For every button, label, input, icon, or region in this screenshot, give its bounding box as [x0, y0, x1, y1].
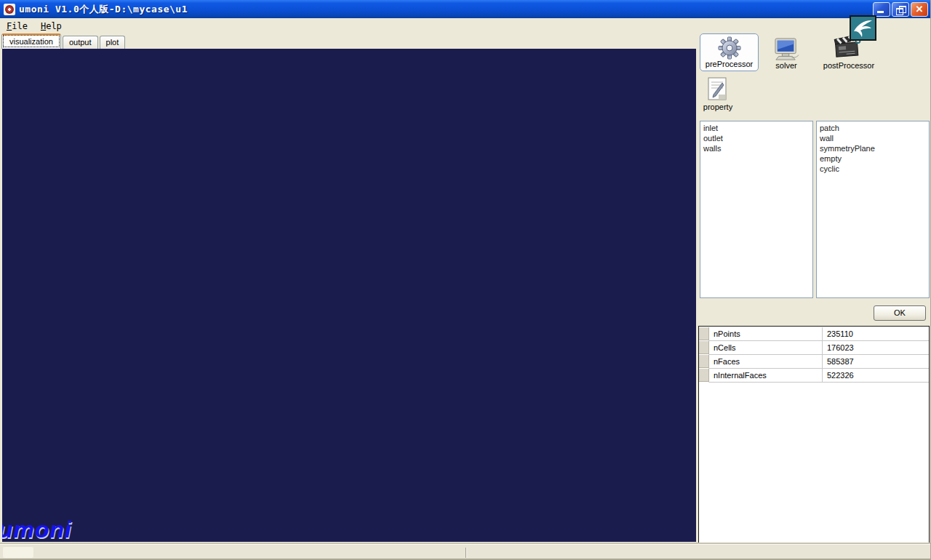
app-icon: [4, 4, 15, 15]
preprocessor-label: preProcessor: [700, 60, 758, 68]
document-icon[interactable]: [706, 77, 728, 101]
monitor-icon[interactable]: [772, 38, 800, 61]
list-item[interactable]: cyclic: [817, 164, 929, 174]
property-label[interactable]: property: [698, 103, 738, 111]
window-title: umoni V1.0个人版-D:\mycase\u1: [19, 3, 188, 16]
table-row[interactable]: nFaces 585387: [709, 355, 929, 369]
mesh-stats-panel: nPoints 235110 nCells 176023 nFaces 5853…: [698, 326, 930, 543]
stat-name: nCells: [709, 341, 823, 354]
table-row[interactable]: nPoints 235110: [709, 327, 929, 341]
status-section-left: [3, 547, 33, 558]
menu-file[interactable]: File: [0, 20, 34, 33]
status-bar: [0, 544, 931, 560]
control-panel: preProcessor solver postProcessor: [697, 0, 931, 560]
list-item[interactable]: patch: [817, 123, 929, 133]
stat-value: 235110: [823, 327, 929, 340]
render-viewport[interactable]: umoni: [2, 49, 696, 542]
list-item[interactable]: walls: [700, 143, 812, 153]
status-divider: [466, 548, 467, 558]
ok-button[interactable]: OK: [874, 305, 926, 321]
list-item[interactable]: outlet: [700, 133, 812, 143]
tab-plot[interactable]: plot: [100, 36, 126, 49]
mesh-stats-table: nPoints 235110 nCells 176023 nFaces 5853…: [709, 327, 929, 383]
list-item[interactable]: empty: [817, 153, 929, 164]
stat-name: nInternalFaces: [709, 369, 823, 382]
table-row[interactable]: nInternalFaces 522326: [709, 369, 929, 383]
stat-value: 522326: [823, 369, 929, 382]
tab-bar: visualization output plot: [1, 33, 127, 49]
stat-value: 585387: [823, 355, 929, 368]
swallow-logo-icon: [850, 15, 876, 41]
menu-help[interactable]: Help: [34, 20, 68, 33]
stat-name: nFaces: [709, 355, 823, 368]
preprocessor-button[interactable]: preProcessor: [700, 33, 759, 71]
viewport-watermark: umoni: [2, 516, 72, 542]
solver-label[interactable]: solver: [764, 61, 808, 70]
stat-value: 176023: [823, 341, 929, 354]
patch-type-list: patch wall symmetryPlane empty cyclic: [816, 121, 930, 298]
tab-visualization[interactable]: visualization: [1, 33, 61, 49]
app-window: { "window": { "title": "umoni V1.0个人版-D:…: [0, 0, 931, 560]
tab-output[interactable]: output: [63, 36, 98, 49]
list-item[interactable]: wall: [817, 133, 929, 143]
list-item[interactable]: symmetryPlane: [817, 143, 929, 153]
table-vertical-header: [699, 327, 709, 383]
boundary-list: inlet outlet walls: [700, 121, 813, 298]
gear-icon: [718, 36, 741, 60]
list-item[interactable]: inlet: [700, 123, 812, 133]
stat-name: nPoints: [709, 327, 823, 340]
postprocessor-label[interactable]: postProcessor: [819, 61, 879, 70]
table-row[interactable]: nCells 176023: [709, 341, 929, 355]
